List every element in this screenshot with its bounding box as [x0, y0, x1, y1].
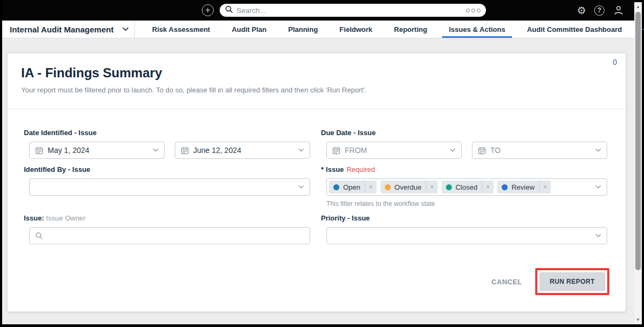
tag-open: Open ×: [329, 181, 377, 193]
due-date-from-picker[interactable]: FROM: [326, 142, 462, 159]
remove-tag-icon[interactable]: ×: [539, 181, 551, 193]
top-bar: + ⚙ ?: [2, 0, 634, 21]
issue-owner-search[interactable]: [29, 227, 310, 244]
date-identified-to-value: June 12, 2024: [193, 146, 241, 155]
calendar-icon: [181, 146, 189, 155]
status-dot: [333, 184, 339, 190]
scrollbar-thumb[interactable]: [635, 12, 641, 270]
chevron-down-icon: [595, 149, 601, 152]
tab-planning[interactable]: Planning: [277, 21, 328, 38]
help-icon[interactable]: ?: [594, 5, 604, 16]
filter-due-date: Due Date - Issue FROM TO: [321, 129, 607, 159]
search-input[interactable]: [236, 6, 466, 15]
tab-issues-actions[interactable]: Issues & Actions: [438, 21, 516, 38]
nav-tabs: Risk Assessment Audit Plan Planning Fiel…: [141, 21, 644, 38]
filter-label: *IssueRequired: [321, 165, 607, 173]
chevron-down-icon: [450, 149, 456, 152]
filter-label: Identified By - Issue: [24, 165, 310, 173]
status-dot: [502, 184, 508, 190]
scroll-down-icon[interactable]: ▼: [634, 317, 642, 323]
tab-audit-committee-dashboard[interactable]: Audit Committee Dashboard: [516, 21, 633, 38]
filter-date-identified: Date Identified - Issue May 1, 2024 Jun: [24, 129, 310, 159]
tag-overdue: Overdue ×: [380, 181, 438, 193]
tab-reporting[interactable]: Reporting: [383, 21, 438, 38]
due-date-to-placeholder: TO: [490, 146, 501, 155]
divider: [8, 109, 626, 109]
vertical-scrollbar[interactable]: ▲ ▼: [634, 2, 642, 324]
search-icon: [225, 5, 233, 15]
filter-help-text: This filter relates to the workflow stat…: [326, 200, 607, 208]
filter-identified-by: Identified By - Issue: [24, 165, 310, 208]
filter-label: Date Identified - Issue: [24, 129, 310, 137]
chevron-down-icon: [153, 149, 159, 152]
required-text: Required: [346, 165, 375, 173]
filter-issue-owner: Issue: Issue Owner: [24, 214, 310, 244]
remove-tag-icon[interactable]: ×: [365, 181, 377, 193]
date-identified-from-picker[interactable]: May 1, 2024: [29, 142, 165, 159]
filter-label: Issue: Issue Owner: [24, 214, 310, 222]
chevron-down-icon: [595, 234, 601, 238]
page-subtitle: Your report must be filtered prior to la…: [21, 86, 626, 94]
date-identified-from-value: May 1, 2024: [48, 146, 89, 155]
filter-label: Due Date - Issue: [321, 129, 607, 137]
issue-state-multiselect[interactable]: Open × Overdue × Closed ×: [326, 178, 607, 196]
filter-priority: Priority - Issue: [321, 214, 607, 244]
page-title: IA - Findings Summary: [21, 65, 626, 81]
required-asterisk: *: [321, 165, 324, 173]
identified-by-select[interactable]: [29, 178, 310, 196]
remove-tag-icon[interactable]: ×: [482, 181, 494, 193]
chevron-down-icon: [122, 27, 129, 31]
chevron-down-icon: [595, 185, 601, 189]
filter-issue-state: *IssueRequired Open × Overdue ×: [321, 165, 607, 208]
settings-gear-icon[interactable]: ⚙: [577, 5, 586, 16]
chevron-down-icon: [298, 185, 304, 189]
panel-footer: CANCEL RUN REPORT: [8, 268, 626, 295]
app-switcher[interactable]: Internal Audit Management: [2, 21, 135, 38]
cancel-button[interactable]: CANCEL: [485, 273, 529, 290]
chevron-down-icon: [298, 149, 304, 152]
scroll-up-icon[interactable]: ▲: [634, 4, 642, 10]
app-nav-bar: Internal Audit Management Risk Assessmen…: [2, 21, 634, 38]
tab-fieldwork[interactable]: Fieldwork: [328, 21, 383, 38]
corner-count: 0: [613, 58, 617, 66]
remove-tag-icon[interactable]: ×: [426, 181, 438, 193]
user-profile-icon[interactable]: [613, 4, 625, 16]
report-filter-panel: 0 IA - Findings Summary Your report must…: [7, 53, 626, 312]
filters-grid: Date Identified - Issue May 1, 2024 Jun: [24, 129, 607, 244]
due-date-to-picker[interactable]: TO: [472, 142, 607, 159]
tab-audit-plan[interactable]: Audit Plan: [221, 21, 277, 38]
run-report-button[interactable]: RUN REPORT: [540, 272, 605, 291]
annotation-highlight-box: RUN REPORT: [535, 268, 609, 295]
search-icon: [35, 232, 43, 239]
tab-risk-assessment[interactable]: Risk Assessment: [141, 21, 221, 38]
date-identified-to-picker[interactable]: June 12, 2024: [175, 142, 310, 159]
filter-label: Priority - Issue: [321, 214, 607, 222]
tag-closed: Closed ×: [442, 181, 494, 193]
calendar-icon: [478, 146, 486, 155]
tag-review: Review ×: [497, 181, 551, 193]
priority-select[interactable]: [326, 227, 607, 244]
app-title: Internal Audit Management: [10, 25, 114, 34]
status-dot: [385, 184, 391, 190]
due-date-from-placeholder: FROM: [345, 146, 367, 155]
page-background: 0 IA - Findings Summary Your report must…: [2, 38, 634, 324]
add-icon[interactable]: +: [202, 4, 214, 16]
calendar-icon: [332, 146, 340, 155]
calendar-icon: [35, 146, 43, 155]
more-options-icon[interactable]: [466, 9, 481, 12]
global-search[interactable]: [220, 4, 486, 17]
status-dot: [446, 184, 452, 190]
